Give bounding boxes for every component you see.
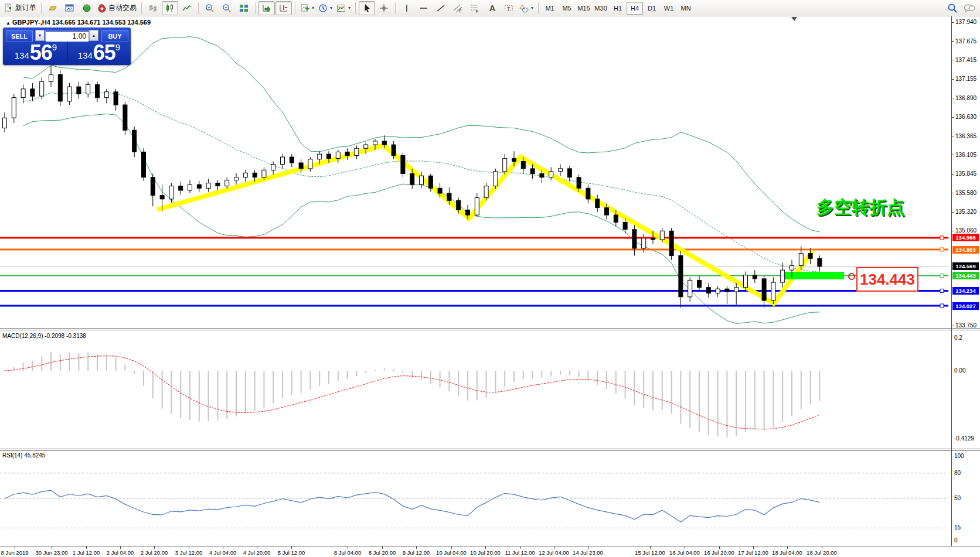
- collapse-panel-icon[interactable]: ▲: [6, 20, 11, 26]
- time-axis-label: 12 Jul 04:00: [539, 549, 569, 556]
- volume-increase-button[interactable]: ▲: [89, 30, 98, 41]
- time-tick-mark: [291, 546, 292, 549]
- toolbar-separator: [255, 2, 256, 14]
- panel-divider[interactable]: [0, 328, 980, 329]
- price-tick-mark: [951, 212, 954, 213]
- search-button[interactable]: [944, 1, 961, 15]
- turning-point-annotation[interactable]: 多空转折点: [816, 196, 904, 220]
- horizontal-line-button[interactable]: [416, 1, 432, 15]
- text-label-icon: T: [504, 4, 513, 13]
- timeframe-m15-button[interactable]: M15: [576, 2, 592, 15]
- rsi-axis-tick: 100: [954, 453, 964, 459]
- market-watch-button[interactable]: [79, 1, 95, 15]
- autotrading-button[interactable]: 自动交易: [96, 1, 138, 15]
- time-tick-mark: [382, 546, 383, 549]
- timeframe-m30-button[interactable]: M30: [593, 2, 609, 15]
- community-chat-button[interactable]: [961, 1, 978, 15]
- fibonacci-button[interactable]: F: [467, 1, 483, 15]
- time-tick-mark: [86, 546, 87, 549]
- templates-button[interactable]: ▾: [335, 1, 352, 15]
- line-chart-button[interactable]: [179, 1, 195, 15]
- chevron-down-icon[interactable]: ▾: [531, 5, 533, 11]
- cursor-button[interactable]: [359, 1, 375, 15]
- line-handle[interactable]: [940, 274, 944, 278]
- autotrading-button-label: 自动交易: [108, 3, 137, 13]
- text-label-button[interactable]: T: [501, 1, 517, 15]
- volume-decrease-button[interactable]: ▼: [35, 30, 45, 41]
- profiles-button[interactable]: [45, 1, 61, 15]
- chevron-down-icon[interactable]: ▾: [348, 5, 351, 11]
- auto-scroll-button[interactable]: [258, 1, 275, 15]
- tile-windows-icon: [239, 4, 249, 13]
- zoom-out-icon: [222, 4, 232, 13]
- time-tick-mark: [120, 546, 121, 549]
- panel-divider[interactable]: [0, 449, 980, 449]
- time-tick-mark: [223, 546, 223, 549]
- equidistant-channel-button[interactable]: E: [450, 1, 466, 15]
- timeframe-m5-button[interactable]: M5: [559, 2, 575, 15]
- text-button[interactable]: A: [484, 1, 500, 15]
- svg-text:F: F: [476, 9, 478, 13]
- time-tick-mark: [719, 546, 720, 549]
- bar-chart-button[interactable]: [145, 1, 161, 15]
- support-highlight-bar[interactable]: [784, 272, 844, 279]
- time-axis-label: 10 Jul 04:00: [436, 549, 467, 556]
- line-handle[interactable]: [940, 289, 944, 292]
- horizontal-price-lines[interactable]: [0, 238, 948, 306]
- new-order-button[interactable]: 新订单: [2, 1, 38, 15]
- time-axis-label: 1 Jul 12:00: [73, 549, 100, 556]
- crosshair-icon: [379, 4, 389, 13]
- crosshair-button[interactable]: [376, 1, 392, 15]
- volume-input[interactable]: [46, 32, 89, 42]
- chart-shift-button[interactable]: [275, 1, 292, 15]
- rsi-panel[interactable]: [0, 451, 951, 548]
- zoom-in-button[interactable]: [202, 1, 218, 15]
- price-callout-box[interactable]: 134.443: [856, 267, 918, 292]
- mt4-window: 新订单自动交易▾▾▾EFAT▾M1M5M15M30H1H4D1W1MN ▲ GB…: [0, 0, 980, 557]
- time-tick-mark: [451, 546, 452, 549]
- time-axis-label: 5 Jul 12:00: [278, 549, 305, 556]
- sell-button[interactable]: SELL: [6, 30, 33, 42]
- macd-label: MACD(12,26,9) -0.2098 -0.3138: [2, 333, 86, 339]
- trendline-button[interactable]: [433, 1, 449, 15]
- rsi-line: [5, 490, 819, 522]
- timeframe-m1-button[interactable]: M1: [542, 2, 558, 15]
- timeframe-h1-button[interactable]: H1: [610, 2, 626, 15]
- time-tick-mark: [787, 546, 788, 549]
- fibonacci-icon: F: [470, 4, 479, 13]
- timeframe-h4-button[interactable]: H4: [627, 2, 643, 15]
- panel-divider: [0, 450, 980, 451]
- candlestick-button[interactable]: [162, 1, 178, 15]
- charts-window-button[interactable]: [62, 1, 78, 15]
- zoom-out-button[interactable]: [219, 1, 235, 15]
- svg-text:A: A: [489, 4, 495, 13]
- line-handle[interactable]: [940, 236, 944, 240]
- price-axis-tick: 136.105: [955, 152, 976, 158]
- indicators-icon: [300, 4, 309, 13]
- chevron-down-icon[interactable]: ▾: [312, 5, 314, 11]
- zigzag-trendlines[interactable]: [157, 145, 813, 303]
- line-handle[interactable]: [940, 248, 944, 251]
- shapes-button[interactable]: ▾: [518, 1, 535, 15]
- volume-field: [45, 30, 89, 41]
- time-axis[interactable]: 8 Jun 201930 Jun 23:001 Jul 12:002 Jul 0…: [0, 546, 980, 557]
- price-tick-mark: [951, 41, 954, 42]
- vertical-line-button[interactable]: [399, 1, 415, 15]
- timeframe-mn-button[interactable]: MN: [678, 2, 694, 15]
- callout-anchor-handle[interactable]: [848, 273, 855, 280]
- line-handle[interactable]: [940, 304, 944, 307]
- macd-panel[interactable]: [0, 330, 951, 451]
- time-tick-mark: [685, 546, 685, 549]
- indicators-button[interactable]: ▾: [298, 1, 316, 15]
- timeframe-d1-button[interactable]: D1: [644, 2, 660, 15]
- sell-price[interactable]: 134 56 9: [5, 42, 66, 64]
- main-chart[interactable]: [0, 16, 951, 330]
- timeframe-w1-button[interactable]: W1: [661, 2, 677, 15]
- buy-price[interactable]: 134 65 9: [69, 42, 130, 64]
- periods-button[interactable]: ▾: [317, 1, 334, 15]
- time-tick-mark: [52, 546, 52, 549]
- chevron-down-icon[interactable]: ▾: [330, 5, 332, 11]
- trendline-icon: [436, 4, 445, 13]
- chart-shift-marker[interactable]: [791, 17, 797, 21]
- tile-windows-button[interactable]: [236, 1, 252, 15]
